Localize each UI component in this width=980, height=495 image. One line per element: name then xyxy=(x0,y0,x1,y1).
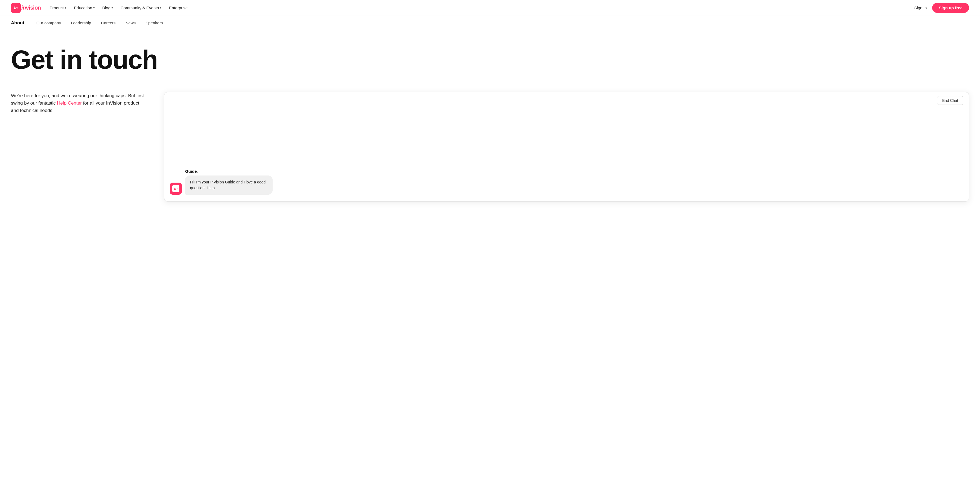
nav-community-events[interactable]: Community & Events ▾ xyxy=(121,5,161,10)
nav-blog[interactable]: Blog ▾ xyxy=(102,5,113,10)
top-nav: in invision Product ▾ Education ▾ Blog ▾… xyxy=(0,0,980,16)
chat-bubble: Hi! I'm your InVision Guide and I love a… xyxy=(185,176,273,195)
nav-right: Sign in Sign up free xyxy=(914,3,969,13)
subnav-our-company[interactable]: Our company xyxy=(37,21,61,25)
guide-name: Guide. xyxy=(185,169,198,174)
subnav-leadership[interactable]: Leadership xyxy=(71,21,91,25)
guide-info: Guide. Hi! I'm your InVision Guide and I… xyxy=(185,169,273,195)
chat-body: in Guide. Hi! I'm your InVision Guide an… xyxy=(164,109,969,201)
guide-name-row: Guide. xyxy=(185,169,273,174)
sign-in-link[interactable]: Sign in xyxy=(914,5,927,10)
hero-section: Get in touch xyxy=(0,30,980,92)
guide-avatar: in xyxy=(170,183,182,195)
logo-in: in xyxy=(14,5,18,10)
subnav-news[interactable]: News xyxy=(126,21,136,25)
sign-up-button[interactable]: Sign up free xyxy=(932,3,969,13)
chat-widget: End Chat in Guide. Hi! I'm your InVision… xyxy=(164,92,969,201)
left-column: We're here for you, and we're wearing ou… xyxy=(11,92,148,115)
guide-avatar-logo: in xyxy=(172,185,180,192)
nav-education[interactable]: Education ▾ xyxy=(74,5,95,10)
main-content: We're here for you, and we're wearing ou… xyxy=(0,92,980,218)
chevron-down-icon: ▾ xyxy=(93,6,95,9)
subnav-speakers[interactable]: Speakers xyxy=(145,21,163,25)
logo-text: invision xyxy=(21,5,41,11)
subnav-careers[interactable]: Careers xyxy=(101,21,115,25)
sub-nav-title: About xyxy=(11,20,24,26)
intro-text: We're here for you, and we're wearing ou… xyxy=(11,92,148,115)
main-nav: Product ▾ Education ▾ Blog ▾ Community &… xyxy=(50,5,915,10)
nav-enterprise[interactable]: Enterprise xyxy=(169,5,188,10)
help-center-link[interactable]: Help Center xyxy=(57,101,82,106)
page-title: Get in touch xyxy=(11,46,969,73)
sub-nav: About Our company Leadership Careers New… xyxy=(0,16,980,30)
logo-box: in xyxy=(11,3,21,13)
nav-product[interactable]: Product ▾ xyxy=(50,5,67,10)
end-chat-button[interactable]: End Chat xyxy=(937,96,963,105)
logo[interactable]: in invision xyxy=(11,3,41,13)
chevron-down-icon: ▾ xyxy=(111,6,113,9)
chevron-down-icon: ▾ xyxy=(65,6,66,9)
chat-header: End Chat xyxy=(164,92,969,109)
chat-guide-row: in Guide. Hi! I'm your InVision Guide an… xyxy=(170,169,963,195)
chevron-down-icon: ▾ xyxy=(160,6,161,9)
